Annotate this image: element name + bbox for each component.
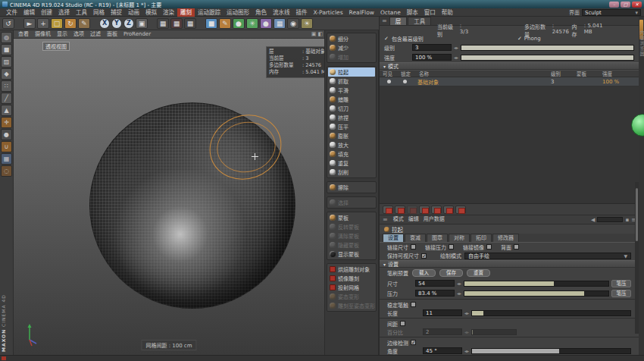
link-size-checkbox[interactable]: 链接尺寸 (387, 243, 416, 251)
snap-icon[interactable]: ∪ (1, 141, 12, 152)
move-layer-up-button[interactable] (443, 206, 454, 214)
sculpt-to-pose-morph[interactable]: 雕刻至姿态变形 (328, 301, 375, 310)
edge-detection-checkbox[interactable]: 边缘检测 (387, 339, 416, 347)
phong-checkbox[interactable]: Phong (524, 36, 541, 42)
texture-mode-icon[interactable]: ▨ (1, 56, 12, 67)
menu-item[interactable]: 编辑 (20, 8, 38, 17)
render-view-icon[interactable]: ▦ (157, 18, 169, 29)
close-button[interactable]: ✕ (632, 2, 642, 8)
tool-invert-mask[interactable]: 反转蒙板 (328, 222, 375, 231)
history-back-icon[interactable]: ◀ (591, 217, 595, 223)
menu-item[interactable]: 捕捉 (108, 8, 125, 17)
make-editable-icon[interactable]: ◍ (1, 32, 12, 43)
viewport-solo-icon[interactable]: ● (1, 129, 12, 140)
menu-item[interactable]: 模拟 (142, 8, 160, 17)
menu-item[interactable]: 插件 (293, 8, 311, 17)
include-top-levels-checkbox[interactable]: 包含最高级别 (392, 35, 424, 42)
status-stop-icon[interactable] (2, 356, 6, 360)
menu-item[interactable]: 渲染 (160, 8, 177, 17)
enable-axis-icon[interactable]: ✛ (1, 117, 12, 128)
bake-sculpt-objects[interactable]: 烘焙雕刻对象 (328, 265, 375, 274)
settings-section-header[interactable]: ▾设置 (380, 260, 639, 268)
link-pressure-checkbox[interactable]: 链接压力 (425, 243, 454, 251)
last-tool-icon[interactable]: ✎ (78, 18, 90, 29)
merge-layer-button[interactable] (431, 206, 442, 214)
steady-stroke-checkbox[interactable]: 稳定笔触 (387, 301, 416, 309)
viewport-menu-item[interactable]: 面板 (104, 30, 120, 39)
interface-select[interactable]: Sculpt▾ (582, 9, 641, 16)
size-input[interactable]: 54 (415, 280, 455, 287)
layer-level[interactable]: 3 (551, 79, 577, 85)
camera-icon[interactable]: ◉ (287, 18, 299, 29)
stepper[interactable]: ◂▸ (454, 45, 458, 50)
menu-item[interactable]: 脚本 (404, 8, 421, 17)
filter-box[interactable] (597, 217, 623, 222)
size-pressure-button[interactable]: 笔压 (611, 280, 631, 287)
menu-item[interactable]: 创建 (38, 8, 55, 17)
panel-menu-icon[interactable]: ≡ (383, 216, 388, 223)
length-slider[interactable] (471, 310, 631, 316)
tool-flatten[interactable]: 压平 (328, 122, 375, 131)
preset-save-button[interactable]: 保存 (439, 269, 463, 277)
tool-mask[interactable]: 蒙板 (328, 213, 375, 222)
polygons-mode-icon[interactable]: ▲ (1, 105, 12, 116)
preset-reset-button[interactable]: 重置 (467, 269, 490, 277)
viewport-menu-item[interactable]: ProRender (120, 30, 154, 39)
viewport[interactable]: 查看摄像机显示选项过滤面板ProRender ▣◧ 透视视图 层: 基础对象当前… (14, 30, 324, 355)
spacing-checkbox[interactable]: 间距 (387, 320, 405, 328)
mode-section-header[interactable]: ▾模式 (380, 62, 639, 70)
deformer-icon[interactable]: ● (260, 18, 272, 29)
layer-strength[interactable]: 100 % (602, 79, 636, 85)
edges-mode-icon[interactable]: ╱ (1, 93, 12, 104)
viewport-menu-item[interactable]: 选项 (70, 30, 87, 39)
tool-knife[interactable]: 切刀 (328, 104, 375, 113)
menu-item[interactable]: X-Particles (311, 8, 346, 17)
scale-icon[interactable]: □ (51, 18, 63, 29)
lock-icon[interactable]: ▪ (625, 217, 629, 223)
menu-item[interactable]: 帮助 (439, 8, 456, 17)
axis-x-lock-icon[interactable]: X (99, 18, 110, 29)
move-icon[interactable]: + (37, 18, 49, 29)
tool-subdivide[interactable]: 细分 (328, 34, 375, 43)
menu-item[interactable]: 运动图形 (224, 8, 252, 17)
quantize-icon[interactable]: ▦ (1, 153, 12, 165)
length-input[interactable]: 11 (423, 309, 462, 316)
tool-amplify[interactable]: 放大 (328, 140, 375, 149)
menu-item[interactable]: Octane (377, 8, 404, 17)
duplicate-layer-button[interactable] (419, 206, 430, 214)
viewport-maximize-icon[interactable]: ◧ (317, 31, 323, 37)
angle-input[interactable]: 45 ° (423, 347, 462, 354)
menu-item[interactable]: 文件 (3, 8, 20, 17)
workplane-mode-icon[interactable]: ◆ (1, 68, 12, 80)
content-browser-vertical-tab[interactable]: 内容浏览器 (639, 30, 644, 57)
layer-row-base-object[interactable]: 基础对象 3 100 % (380, 77, 639, 86)
attr-menu-item[interactable]: 编辑 (406, 215, 421, 224)
menu-item[interactable]: RealFlow (346, 8, 377, 17)
subdivision-surface-icon[interactable]: ● (233, 18, 245, 29)
attr-menu-item[interactable]: 用户数据 (421, 215, 447, 224)
menu-item[interactable]: 运动跟踪 (195, 8, 224, 17)
move-layer-down-button[interactable] (455, 206, 466, 214)
render-queue-icon[interactable]: ▦ (184, 18, 196, 29)
delete-layer-button[interactable] (407, 206, 417, 214)
tool-smooth[interactable]: 平滑 (328, 86, 375, 95)
strength-slider[interactable] (461, 55, 634, 61)
rotate-icon[interactable]: ↻ (64, 18, 77, 29)
add-layer-button[interactable] (383, 206, 393, 214)
menu-item[interactable]: 雕刻 (177, 8, 195, 17)
viewport-menu-item[interactable]: 摄像机 (32, 30, 54, 39)
stepper[interactable]: ◂▸ (457, 290, 461, 296)
pressure-input[interactable]: 83.4 % (415, 290, 455, 297)
tool-show-mask[interactable]: 显示蒙板 (328, 250, 375, 259)
pressure-slider[interactable] (464, 290, 609, 297)
draw-mode-select[interactable]: 自由手绘▼ (464, 253, 631, 259)
model-mode-icon[interactable]: ■ (1, 44, 12, 55)
level-slider[interactable] (461, 45, 634, 51)
workplane-lock-icon[interactable]: ◌ (1, 165, 12, 177)
lock-dot-icon[interactable] (403, 80, 407, 83)
stepper[interactable]: ◂▸ (464, 348, 469, 353)
tool-pinch[interactable]: 挤捏 (328, 113, 375, 122)
coordinate-system-icon[interactable]: ▣ (136, 18, 148, 29)
layer-list-empty-area[interactable] (380, 86, 639, 204)
maximize-button[interactable]: ▢ (621, 2, 630, 8)
